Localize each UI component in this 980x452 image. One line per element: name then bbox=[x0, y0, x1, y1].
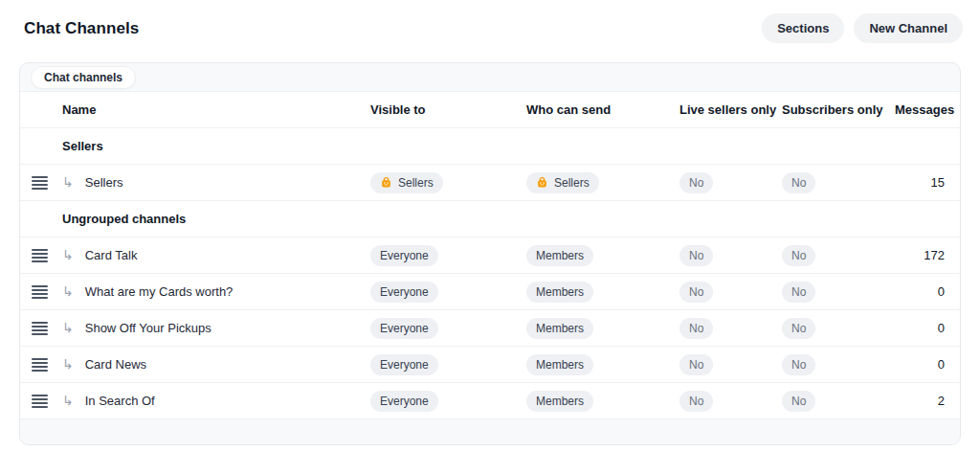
audience-badge: Sellers bbox=[370, 172, 443, 193]
column-header-live-sellers-only: Live sellers only bbox=[676, 102, 778, 117]
group-name: Sellers bbox=[58, 139, 367, 153]
no-badge: No bbox=[679, 354, 713, 375]
column-header-name: Name bbox=[58, 102, 367, 117]
channel-row: ↳What are my Cards worth?EveryoneMembers… bbox=[20, 273, 960, 309]
column-header-subscribers-only: Subscribers only bbox=[778, 102, 891, 117]
group-name: Ungrouped channels bbox=[58, 212, 367, 226]
audience-badge: Everyone bbox=[370, 282, 438, 303]
messages-count: 0 bbox=[891, 357, 960, 372]
page-header: Chat Channels Sections New Channel bbox=[0, 0, 980, 43]
drag-handle-icon[interactable] bbox=[28, 172, 52, 193]
drag-handle-cell bbox=[20, 245, 58, 266]
page-title: Chat Channels bbox=[24, 19, 139, 38]
audience-badge: Everyone bbox=[370, 318, 438, 339]
subscribers-only-cell: No bbox=[778, 282, 891, 303]
sections-button[interactable]: Sections bbox=[762, 13, 844, 43]
no-badge: No bbox=[782, 282, 815, 303]
visible-to-cell: Sellers bbox=[367, 172, 523, 193]
drag-handle-cell bbox=[20, 354, 58, 375]
no-badge: No bbox=[679, 245, 713, 266]
visible-to-cell: Everyone bbox=[367, 354, 523, 375]
header-actions: Sections New Channel bbox=[762, 13, 963, 43]
drag-handle-icon[interactable] bbox=[28, 354, 52, 375]
subscribers-only-cell: No bbox=[778, 354, 891, 375]
channel-row: ↳Show Off Your PickupsEveryoneMembersNoN… bbox=[20, 309, 960, 346]
subscribers-only-cell: No bbox=[778, 391, 891, 412]
drag-handle-icon[interactable] bbox=[28, 318, 52, 339]
who-can-send-cell: Members bbox=[523, 354, 676, 375]
channel-name-cell: ↳Card News bbox=[58, 357, 367, 372]
messages-count: 2 bbox=[891, 394, 960, 408]
drag-handle-cell bbox=[20, 282, 58, 303]
channel-name-cell: ↳In Search Of bbox=[58, 394, 367, 408]
channel-row: ↳In Search OfEveryoneMembersNoNo2 bbox=[20, 382, 960, 418]
tab-chat-channels[interactable]: Chat channels bbox=[31, 66, 136, 89]
table-header-row: Name Visible to Who can send Live seller… bbox=[20, 91, 960, 127]
who-can-send-cell: Members bbox=[523, 391, 676, 412]
channel-name-cell: ↳Show Off Your Pickups bbox=[58, 321, 367, 335]
audience-badge: Members bbox=[526, 245, 593, 266]
channel-name[interactable]: In Search Of bbox=[85, 394, 155, 408]
visible-to-cell: Everyone bbox=[367, 282, 523, 303]
no-badge: No bbox=[679, 282, 713, 303]
audience-badge: Members bbox=[526, 354, 593, 375]
live-sellers-only-cell: No bbox=[676, 391, 778, 412]
panel-footer bbox=[20, 418, 960, 444]
channel-name[interactable]: Card News bbox=[85, 357, 146, 372]
channel-name[interactable]: Sellers bbox=[85, 175, 123, 190]
who-can-send-cell: Members bbox=[523, 282, 676, 303]
audience-badge: Everyone bbox=[370, 245, 438, 266]
panel-tab-bar: Chat channels bbox=[20, 63, 960, 91]
indent-arrow-icon: ↳ bbox=[62, 248, 74, 261]
messages-count: 15 bbox=[891, 175, 960, 190]
audience-badge: Members bbox=[526, 282, 593, 303]
drag-handle-icon[interactable] bbox=[28, 245, 52, 266]
no-badge: No bbox=[679, 391, 713, 412]
channel-row: ↳Card TalkEveryoneMembersNoNo172 bbox=[20, 237, 960, 273]
column-header-who-can-send: Who can send bbox=[523, 102, 676, 117]
drag-handle-icon[interactable] bbox=[28, 391, 52, 412]
no-badge: No bbox=[679, 318, 713, 339]
live-sellers-only-cell: No bbox=[676, 172, 778, 193]
audience-badge: Everyone bbox=[370, 391, 438, 412]
drag-handle-cell bbox=[20, 391, 58, 412]
channel-name-cell: ↳Sellers bbox=[58, 175, 367, 190]
no-badge: No bbox=[782, 172, 815, 193]
indent-arrow-icon: ↳ bbox=[62, 321, 74, 334]
visible-to-cell: Everyone bbox=[367, 391, 523, 412]
channel-row: ↳Card NewsEveryoneMembersNoNo0 bbox=[20, 346, 960, 382]
channel-name-cell: ↳Card Talk bbox=[58, 248, 367, 262]
messages-count: 172 bbox=[891, 248, 960, 262]
column-header-messages: Messages bbox=[891, 102, 960, 117]
channel-name[interactable]: What are my Cards worth? bbox=[85, 284, 234, 299]
drag-handle-icon[interactable] bbox=[28, 282, 52, 303]
no-badge: No bbox=[782, 245, 815, 266]
channel-name[interactable]: Card Talk bbox=[85, 248, 138, 262]
who-can-send-cell: Members bbox=[523, 245, 676, 266]
channel-name[interactable]: Show Off Your Pickups bbox=[85, 321, 212, 335]
messages-count: 0 bbox=[891, 321, 960, 335]
no-badge: No bbox=[782, 354, 815, 375]
no-badge: No bbox=[782, 391, 815, 412]
live-sellers-only-cell: No bbox=[676, 245, 778, 266]
indent-arrow-icon: ↳ bbox=[62, 175, 74, 189]
visible-to-cell: Everyone bbox=[367, 318, 523, 339]
no-badge: No bbox=[679, 172, 713, 193]
audience-badge: Everyone bbox=[370, 354, 438, 375]
visible-to-cell: Everyone bbox=[367, 245, 523, 266]
drag-handle-cell bbox=[20, 172, 58, 193]
column-header-visible-to: Visible to bbox=[367, 102, 523, 117]
group-header-row: Sellers bbox=[20, 127, 960, 164]
new-channel-button[interactable]: New Channel bbox=[854, 13, 963, 43]
messages-count: 0 bbox=[891, 284, 960, 299]
live-sellers-only-cell: No bbox=[676, 282, 778, 303]
audience-badge: Members bbox=[526, 391, 593, 412]
indent-arrow-icon: ↳ bbox=[62, 394, 74, 407]
live-sellers-only-cell: No bbox=[676, 318, 778, 339]
drag-handle-cell bbox=[20, 318, 58, 339]
audience-badge: Sellers bbox=[526, 172, 599, 193]
channel-row: ↳SellersSellersSellersNoNo15 bbox=[20, 164, 960, 200]
no-badge: No bbox=[782, 318, 815, 339]
subscribers-only-cell: No bbox=[778, 172, 891, 193]
subscribers-only-cell: No bbox=[778, 245, 891, 266]
